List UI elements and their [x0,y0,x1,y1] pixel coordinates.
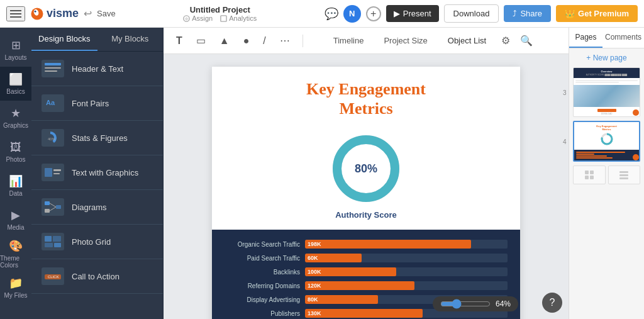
search-icon-button[interactable]: 🔍 [516,32,536,49]
line-icon: / [263,35,265,46]
photo-grid-icon [42,233,64,250]
sidebar-item-theme-colors[interactable]: 🎨 Theme Colors [0,237,31,271]
thumb3-sub: DOWNLOAD [575,113,638,115]
block-item-diagrams[interactable]: Diagrams [31,190,163,225]
graphics-icon: ★ [11,106,21,120]
triangle-tool-button[interactable]: ▲ [216,33,233,49]
tab-object-list[interactable]: Object List [439,33,495,48]
thumb3-btn [597,109,616,112]
rect-tool-button[interactable]: ▭ [192,32,209,49]
bar-track: 198K [305,240,508,249]
bar-row: Referring Domains 120K [231,281,508,290]
svg-rect-8 [45,70,57,72]
topbar-left: visme ↩ Save [6,6,116,21]
layouts-icon: ⊞ [11,38,21,52]
bar-track: 100K [305,267,508,276]
block-label-text-graphics: Text with Graphics [72,168,138,177]
sidebar-item-photos[interactable]: 🖼 Photos [0,135,31,169]
premium-button[interactable]: 👑 Get Premium [556,5,638,22]
block-item-call-to-action[interactable]: CLICK Call to Action [31,259,163,294]
bar-row: Organic Search Traffic 198K [231,240,508,249]
page-thumb-3[interactable]: 3 Overview AUTHORITY SCORE ████ ████████… [573,67,640,117]
thumb4-title: Key EngagementMetrics [596,125,616,131]
layouts-label: Layouts [4,54,26,61]
save-button[interactable]: Save [97,9,116,18]
add-collaborator-button[interactable]: + [366,6,381,21]
help-button[interactable]: ? [542,293,562,313]
sidebar-item-layouts[interactable]: ⊞ Layouts [0,33,31,67]
settings-icon-button[interactable]: ⚙ [497,32,514,49]
circle-tool-button[interactable]: ● [240,33,253,49]
text-tool-button[interactable]: T [172,33,186,49]
page-thumb-4[interactable]: 4 Key EngagementMetrics [573,121,640,162]
icon-sidebar: ⊞ Layouts ⬜ Basics ★ Graphics 🖼 Photos 📊… [0,28,31,319]
avatar-button[interactable]: N [343,5,361,23]
sidebar-item-my-files[interactable]: 📁 My Files [0,271,31,305]
block-item-photo-grid[interactable]: Photo Grid [31,225,163,259]
present-button[interactable]: ▶ Present [386,5,439,22]
bar-track: 60K [305,254,508,262]
download-button[interactable]: Download [444,4,499,23]
text-tool-icon: T [176,35,182,46]
svg-rect-13 [53,169,61,171]
page-badge-4 [633,154,639,160]
tab-project-size[interactable]: Project Size [375,33,436,48]
tab-comments[interactable]: Comments [602,28,644,48]
tab-pages[interactable]: Pages [569,28,602,48]
canvas-area[interactable]: Key Engagement Metrics 80% Authori [164,54,569,319]
svg-text:Aa: Aa [46,99,55,106]
bar-fill: 80K [305,295,378,304]
bar-value: 130K [305,310,321,316]
svg-rect-31 [585,171,589,174]
sidebar-item-media[interactable]: ▶ Media [0,203,31,237]
block-label-font-pairs: Font Pairs [72,99,109,108]
line-tool-button[interactable]: / [259,33,269,49]
graphics-label: Graphics [3,122,28,129]
topbar-center: Untitled Project ⚙ Assign Analytics [121,5,319,22]
page-thumb-grid-right[interactable] [608,165,641,184]
tab-design-blocks[interactable]: Design Blocks [31,28,97,51]
thumb4-donut [600,132,614,146]
analytics-link[interactable]: Analytics [220,14,257,22]
block-item-stats-figures[interactable]: 40% Stats & Figures [31,121,163,155]
svg-rect-21 [53,236,61,242]
page-thumb-grid-left[interactable] [573,165,606,184]
sidebar-item-basics[interactable]: ⬜ Basics [0,67,31,101]
svg-rect-35 [619,171,628,173]
comment-button[interactable]: 💬 [325,7,338,21]
svg-rect-16 [45,209,50,213]
crown-icon: 👑 [565,9,575,18]
svg-rect-34 [590,176,594,179]
toolbar-separator [303,35,303,47]
files-label: My Files [4,292,27,299]
donut-label: 80% [355,162,377,176]
photos-label: Photos [6,156,25,163]
block-item-font-pairs[interactable]: Aa Font Pairs [31,86,163,121]
bar-value: 120K [305,283,321,289]
block-item-header-text[interactable]: Header & Text [31,52,163,86]
hamburger-menu[interactable] [6,6,25,21]
theme-icon: 🎨 [9,239,23,253]
share-button[interactable]: ⤴ Share [504,5,551,22]
files-icon: 📁 [9,276,23,290]
svg-rect-5 [221,15,226,21]
block-item-text-graphics[interactable]: Text with Graphics [31,155,163,190]
undo-button[interactable]: ↩ [84,8,92,20]
bar-value: 80K [305,296,318,303]
svg-rect-6 [45,63,61,65]
new-page-button[interactable]: + New page [569,48,644,67]
sidebar-item-data[interactable]: 📊 Data [0,169,31,203]
page-top: Key Engagement Metrics [212,67,520,125]
tab-my-blocks[interactable]: My Blocks [97,28,164,51]
zoom-slider[interactable] [440,299,491,309]
blocks-tabs: Design Blocks My Blocks [31,28,163,52]
more-tools-button[interactable]: ⋯ [276,32,294,49]
sidebar-item-graphics[interactable]: ★ Graphics [0,101,31,135]
assign-link[interactable]: ⚙ Assign [183,14,213,22]
share-icon: ⤴ [513,9,517,18]
tab-timeline[interactable]: Timeline [325,33,373,48]
page-number-4: 4 [563,138,567,145]
canvas-page: Key Engagement Metrics 80% Authori [212,67,520,319]
play-icon: ▶ [394,9,400,18]
call-to-action-icon: CLICK [42,267,64,285]
